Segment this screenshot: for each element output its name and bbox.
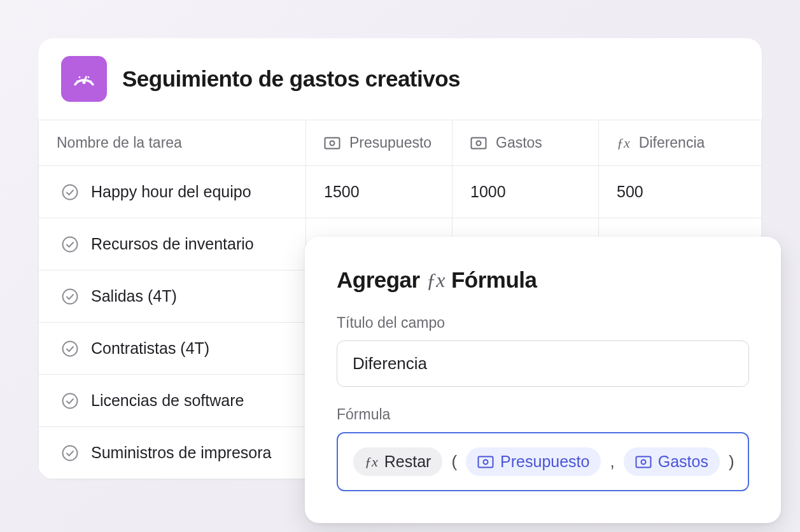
svg-point-9 [477,141,481,145]
budget-cell[interactable]: 1500 [306,166,453,218]
task-name: Recursos de inventario [91,235,254,253]
svg-point-13 [63,341,78,356]
panel-title: Agregar ƒx Fórmula [337,267,749,293]
formula-field-token-spent[interactable]: Gastos [624,447,720,476]
money-icon [635,456,652,468]
column-header-budget[interactable]: Presupuesto [306,120,453,166]
field-title-input[interactable] [337,340,749,387]
svg-point-7 [330,141,335,145]
card-title: Seguimiento de gastos creativos [122,66,460,92]
formula-arg-label: Presupuesto [500,452,589,471]
task-name: Happy hour del equipo [91,183,251,201]
fx-icon: ƒx [365,454,378,470]
svg-point-4 [88,76,90,78]
check-circle-icon [62,236,78,253]
svg-point-17 [484,459,488,464]
svg-rect-16 [479,456,493,467]
money-icon [324,137,340,150]
column-header-label: Presupuesto [349,134,432,151]
svg-point-3 [79,76,81,78]
svg-point-2 [76,80,78,82]
formula-input[interactable]: ƒx Restar ( Presupuesto , Gastos ) [337,432,749,491]
svg-point-5 [90,80,92,82]
fx-icon: ƒx [426,269,445,292]
comma: , [608,452,615,472]
column-header-label: Gastos [496,134,542,151]
svg-point-12 [63,289,78,304]
svg-rect-8 [472,137,486,148]
check-circle-icon [62,445,78,461]
field-title-label: Título del campo [337,314,749,332]
svg-rect-18 [636,456,650,467]
fx-icon: ƒx [617,135,630,151]
table-row[interactable]: Happy hour del equipo 1500 1000 500 [39,166,762,218]
panel-title-prefix: Agregar [337,267,420,293]
card-header: Seguimiento de gastos creativos [38,38,762,120]
check-circle-icon [62,184,78,200]
task-name: Salidas (4T) [91,287,177,305]
svg-point-19 [641,459,645,464]
money-icon [477,456,494,468]
column-header-label: Nombre de la tarea [57,134,182,151]
add-formula-panel: Agregar ƒx Fórmula Título del campo Fórm… [305,237,781,523]
diff-cell[interactable]: 500 [599,166,762,218]
check-circle-icon [62,340,78,357]
svg-point-15 [63,445,78,460]
column-header-task[interactable]: Nombre de la tarea [39,120,306,166]
task-name: Licencias de software [91,391,244,410]
formula-function-token[interactable]: ƒx Restar [353,447,442,476]
paren-close: ) [727,452,736,472]
svg-point-11 [63,237,78,251]
svg-point-10 [63,185,78,199]
column-header-label: Diferencia [639,134,705,151]
check-circle-icon [62,288,78,305]
gauge-icon [61,56,107,102]
svg-line-1 [84,77,87,83]
task-name: Suministros de impresora [91,444,271,462]
spent-cell[interactable]: 1000 [453,166,599,218]
task-name: Contratistas (4T) [91,339,209,358]
column-header-diff[interactable]: ƒx Diferencia [599,120,762,166]
panel-title-suffix: Fórmula [451,267,537,293]
money-icon [470,137,487,150]
formula-field-token-budget[interactable]: Presupuesto [466,447,601,476]
formula-label: Fórmula [337,406,749,423]
column-header-spent[interactable]: Gastos [453,120,599,166]
paren-open: ( [450,452,458,472]
svg-point-14 [63,393,78,408]
formula-function-name: Restar [384,452,432,471]
svg-rect-6 [325,137,340,148]
check-circle-icon [62,393,78,409]
formula-arg-label: Gastos [658,452,708,471]
